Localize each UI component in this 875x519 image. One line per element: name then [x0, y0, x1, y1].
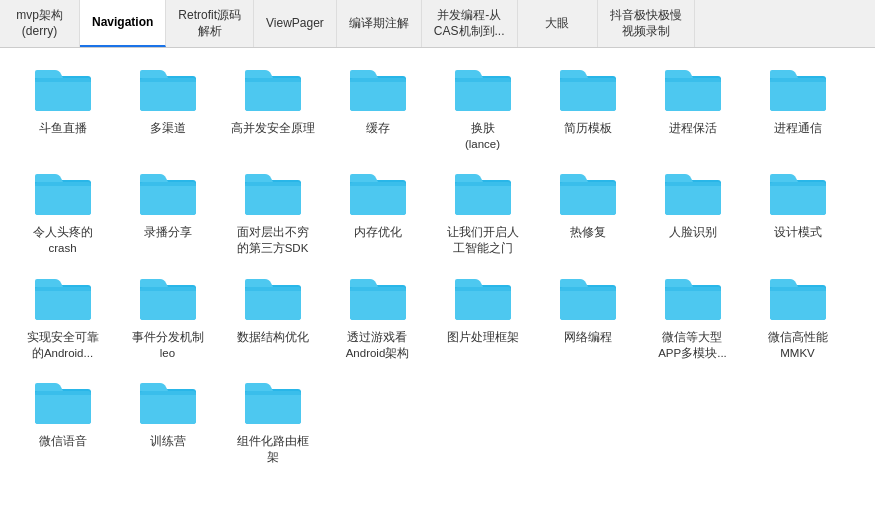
svg-rect-64 — [560, 287, 616, 320]
folder-label-f27: 组件化路由框 架 — [237, 433, 309, 465]
folder-f2[interactable]: 多渠道 — [115, 64, 220, 152]
folder-label-f5: 换肤 (lance) — [465, 120, 500, 152]
content-area: 斗鱼直播 多渠道 高并发安全原理 缓存 换肤 (lance) — [0, 48, 875, 487]
folder-f6[interactable]: 简历模板 — [535, 64, 640, 152]
folder-icon-f10 — [138, 168, 198, 218]
folder-f23[interactable]: 微信等大型 APP多模块... — [640, 273, 745, 361]
folder-label-f3: 高并发安全原理 — [231, 120, 315, 136]
folder-label-f19: 数据结构优化 — [237, 329, 309, 345]
folder-icon-f21 — [453, 273, 513, 323]
tab-dayan[interactable]: 大眼 — [518, 0, 598, 47]
svg-rect-8 — [245, 78, 301, 82]
folder-f17[interactable]: 实现安全可靠 的Android... — [10, 273, 115, 361]
svg-rect-67 — [665, 287, 721, 320]
svg-rect-43 — [665, 182, 721, 215]
folder-f22[interactable]: 网络编程 — [535, 273, 640, 361]
svg-rect-31 — [245, 182, 301, 215]
svg-rect-61 — [455, 287, 511, 320]
folder-f12[interactable]: 内存优化 — [325, 168, 430, 256]
svg-rect-50 — [35, 287, 91, 291]
folder-f24[interactable]: 微信高性能 MMKV — [745, 273, 850, 361]
folder-label-f13: 让我们开启人 工智能之门 — [447, 224, 519, 256]
folder-f19[interactable]: 数据结构优化 — [220, 273, 325, 361]
folder-label-f4: 缓存 — [366, 120, 390, 136]
folder-f16[interactable]: 设计模式 — [745, 168, 850, 256]
folder-f15[interactable]: 人脸识别 — [640, 168, 745, 256]
folder-label-f23: 微信等大型 APP多模块... — [658, 329, 727, 361]
svg-rect-4 — [140, 78, 196, 111]
folder-f13[interactable]: 让我们开启人 工智能之门 — [430, 168, 535, 256]
folder-f27[interactable]: 组件化路由框 架 — [220, 377, 325, 465]
folder-icon-f5 — [453, 64, 513, 114]
svg-rect-65 — [560, 287, 616, 291]
tab-retrofit[interactable]: Retrofit源码 解析 — [166, 0, 254, 47]
folder-icon-f12 — [348, 168, 408, 218]
folder-label-f11: 面对层出不穷 的第三方SDK — [237, 224, 309, 256]
folder-f3[interactable]: 高并发安全原理 — [220, 64, 325, 152]
folder-f21[interactable]: 图片处理框架 — [430, 273, 535, 361]
svg-rect-71 — [770, 287, 826, 291]
folder-icon-f20 — [348, 273, 408, 323]
folder-icon-f17 — [33, 273, 93, 323]
svg-rect-2 — [35, 78, 91, 82]
svg-rect-41 — [560, 182, 616, 186]
folder-label-f20: 透过游戏看 Android架构 — [346, 329, 410, 361]
folder-icon-f14 — [558, 168, 618, 218]
tab-concurrent[interactable]: 并发编程-从 CAS机制到... — [422, 0, 518, 47]
tab-compile[interactable]: 编译期注解 — [337, 0, 422, 47]
folder-f1[interactable]: 斗鱼直播 — [10, 64, 115, 152]
folder-icon-f6 — [558, 64, 618, 114]
folder-icon-f7 — [663, 64, 723, 114]
svg-rect-80 — [245, 391, 301, 395]
folder-f4[interactable]: 缓存 — [325, 64, 430, 152]
folder-icon-f13 — [453, 168, 513, 218]
folder-f5[interactable]: 换肤 (lance) — [430, 64, 535, 152]
folder-icon-f18 — [138, 273, 198, 323]
folder-label-f6: 简历模板 — [564, 120, 612, 136]
svg-rect-38 — [455, 182, 511, 186]
svg-rect-19 — [665, 78, 721, 111]
folder-f14[interactable]: 热修复 — [535, 168, 640, 256]
svg-rect-13 — [455, 78, 511, 111]
svg-rect-56 — [245, 287, 301, 291]
folder-f9[interactable]: 令人头疼的 crash — [10, 168, 115, 256]
svg-rect-29 — [140, 182, 196, 186]
svg-rect-34 — [350, 182, 406, 215]
tab-nav[interactable]: Navigation — [80, 0, 166, 47]
folder-f11[interactable]: 面对层出不穷 的第三方SDK — [220, 168, 325, 256]
folder-icon-f4 — [348, 64, 408, 114]
svg-rect-53 — [140, 287, 196, 291]
svg-rect-49 — [35, 287, 91, 320]
folder-f20[interactable]: 透过游戏看 Android架构 — [325, 273, 430, 361]
tab-douyin[interactable]: 抖音极快极慢 视频录制 — [598, 0, 695, 47]
svg-rect-32 — [245, 182, 301, 186]
folder-icon-f22 — [558, 273, 618, 323]
svg-rect-23 — [770, 78, 826, 82]
folder-label-f24: 微信高性能 MMKV — [768, 329, 828, 361]
folder-label-f8: 进程通信 — [774, 120, 822, 136]
tab-bar: mvp架构 (derry)NavigationRetrofit源码 解析View… — [0, 0, 875, 48]
svg-rect-1 — [35, 78, 91, 111]
svg-rect-17 — [560, 78, 616, 82]
folder-f10[interactable]: 录播分享 — [115, 168, 220, 256]
folder-f7[interactable]: 进程保活 — [640, 64, 745, 152]
svg-rect-35 — [350, 182, 406, 186]
folder-f26[interactable]: 训练营 — [115, 377, 220, 465]
folder-label-f25: 微信语音 — [39, 433, 87, 449]
folder-icon-f2 — [138, 64, 198, 114]
svg-rect-26 — [35, 182, 91, 186]
svg-rect-22 — [770, 78, 826, 111]
svg-rect-77 — [140, 391, 196, 395]
folder-label-f2: 多渠道 — [150, 120, 186, 136]
folder-f25[interactable]: 微信语音 — [10, 377, 115, 465]
tab-viewpager[interactable]: ViewPager — [254, 0, 337, 47]
svg-rect-7 — [245, 78, 301, 111]
svg-rect-70 — [770, 287, 826, 320]
tab-mvp[interactable]: mvp架构 (derry) — [0, 0, 80, 47]
svg-rect-47 — [770, 182, 826, 186]
folder-icon-f26 — [138, 377, 198, 427]
folder-f18[interactable]: 事件分发机制 leo — [115, 273, 220, 361]
folder-f8[interactable]: 进程通信 — [745, 64, 850, 152]
svg-rect-11 — [350, 78, 406, 82]
folder-icon-f1 — [33, 64, 93, 114]
